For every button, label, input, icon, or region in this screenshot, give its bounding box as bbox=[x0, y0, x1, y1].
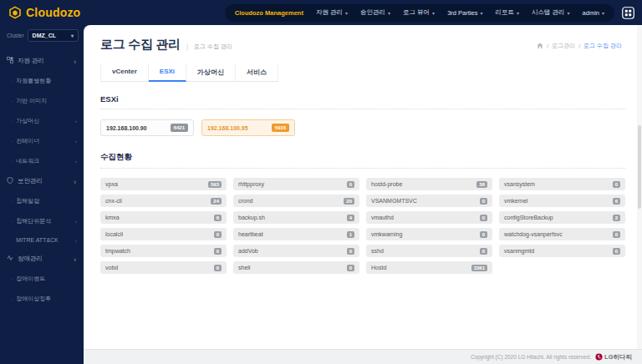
scrollbar-track[interactable] bbox=[637, 25, 642, 349]
sidebar-item[interactable]: ·컨테이너› bbox=[0, 131, 84, 151]
log-source-card[interactable]: localcli0 bbox=[100, 228, 227, 240]
cluster-value: DMZ_CL bbox=[33, 33, 56, 38]
fault-icon bbox=[7, 255, 13, 263]
esxi-host-chip[interactable]: 192.168.100.906421 bbox=[100, 119, 194, 136]
cloudozo-logo-icon bbox=[8, 6, 22, 19]
log-source-name: rhttpproxy bbox=[238, 181, 264, 187]
log-source-name: backup.sh bbox=[238, 215, 265, 220]
log-source-card[interactable]: vsansystem0 bbox=[499, 178, 625, 190]
log-source-card[interactable]: heartbeat1 bbox=[233, 228, 359, 240]
log-source-name: heartbeat bbox=[238, 231, 263, 237]
host-log-count-badge: 5916 bbox=[272, 124, 289, 132]
nav-item[interactable]: 3rd Parties▾ bbox=[447, 9, 482, 17]
breadcrumb-current: 로그 수집 관리 bbox=[583, 42, 622, 50]
log-source-name: shell bbox=[238, 265, 250, 270]
sidebar-section[interactable]: 보안관리∨ bbox=[0, 171, 84, 191]
breadcrumb-parent[interactable]: 로그관리 bbox=[552, 42, 575, 50]
bullet-icon: · bbox=[11, 99, 13, 104]
cluster-selector-row: Cluster DMZ_CL ▾ bbox=[0, 25, 84, 48]
page-subtitle: 로그 수집 관리 bbox=[194, 43, 232, 51]
log-source-card[interactable]: addVob0 bbox=[233, 245, 359, 257]
log-source-card[interactable]: vmkernel6 bbox=[499, 195, 625, 207]
log-source-card[interactable]: tmpwatch0 bbox=[100, 245, 227, 257]
log-count-badge: 36 bbox=[476, 181, 487, 188]
bullet-icon: · bbox=[11, 296, 13, 302]
log-source-card[interactable]: vmkwarning0 bbox=[366, 228, 492, 240]
log-count-badge: 3361 bbox=[471, 265, 487, 271]
log-source-name: vobd bbox=[105, 265, 118, 270]
top-nav-items: 자원 관리▾승인관리▾로그 뷰어▾3rd Parties▾리포트▾시스템 관리▾… bbox=[316, 8, 604, 17]
cluster-label: Cluster bbox=[7, 33, 24, 38]
log-source-card[interactable]: kmxa6 bbox=[100, 211, 227, 224]
sidebar-section[interactable]: 장애관리∨ bbox=[0, 249, 84, 269]
log-source-card[interactable]: backup.sh4 bbox=[233, 211, 359, 224]
log-source-card[interactable]: VSANMGMTSVC0 bbox=[366, 195, 492, 207]
nav-item[interactable]: 로그 뷰어▾ bbox=[403, 8, 435, 17]
host-log-count-badge: 6421 bbox=[171, 124, 188, 132]
log-source-card[interactable]: vobd0 bbox=[100, 261, 227, 274]
log-source-card[interactable]: shell0 bbox=[233, 261, 359, 274]
log-source-name: addVob bbox=[238, 248, 258, 254]
log-source-card[interactable]: configStoreBackup2 bbox=[499, 211, 625, 224]
footer: Copyright (C) 2020 LG Hitachi. All right… bbox=[84, 349, 642, 364]
log-source-card[interactable]: rhttpproxy0 bbox=[233, 178, 359, 190]
nav-item[interactable]: 자원 관리▾ bbox=[316, 8, 348, 17]
lg-logo-icon bbox=[595, 353, 603, 361]
collection-grid: vpxa593rhttpproxy0hostd-probe36vsansyste… bbox=[100, 178, 625, 274]
log-source-name: vpxa bbox=[105, 181, 118, 187]
cluster-select[interactable]: DMZ_CL ▾ bbox=[28, 29, 79, 42]
chevron-right-icon: › bbox=[75, 159, 77, 164]
sidebar-item[interactable]: ·침해알람 bbox=[0, 191, 84, 211]
home-icon[interactable] bbox=[537, 43, 543, 49]
nav-item[interactable]: 리포트▾ bbox=[495, 8, 519, 17]
log-source-card[interactable]: hostd-probe36 bbox=[366, 178, 492, 190]
app-logo[interactable]: Cloudozo bbox=[8, 6, 80, 19]
log-source-card[interactable]: crond20 bbox=[233, 195, 359, 207]
log-source-card[interactable]: Hostd3361 bbox=[366, 261, 492, 274]
log-source-name: vsanmgmtd bbox=[504, 248, 534, 254]
log-source-card[interactable]: vpxa593 bbox=[100, 178, 227, 190]
chevron-down-icon: ▾ bbox=[568, 10, 570, 16]
log-count-badge: 0 bbox=[613, 181, 620, 188]
log-count-badge: 593 bbox=[208, 181, 222, 188]
nav-item[interactable]: 시스템 관리▾ bbox=[532, 8, 570, 17]
log-source-card[interactable]: vsanmgmtd0 bbox=[499, 245, 625, 257]
main-content: 로그 수집 관리 | 로그 수집 관리 / 로그관리 / 로그 수집 관리 vC… bbox=[84, 25, 642, 349]
sidebar-item[interactable]: ·장애이벤트 bbox=[0, 269, 84, 289]
log-source-card[interactable]: cnx-cli24 bbox=[100, 195, 227, 207]
tab-가상머신[interactable]: 가상머신 bbox=[186, 63, 236, 81]
esxi-host-chip[interactable]: 192.168.100.955916 bbox=[201, 119, 295, 136]
log-source-card[interactable]: sshd0 bbox=[366, 245, 492, 257]
sidebar-section[interactable]: 자원 관리∨ bbox=[0, 51, 84, 71]
sidebar-item[interactable]: ·가상머신› bbox=[0, 111, 84, 131]
sidebar-item[interactable]: ·네트워크› bbox=[0, 151, 84, 171]
apps-grid-button[interactable] bbox=[621, 6, 635, 20]
nav-brand[interactable]: Cloudozo Management bbox=[235, 9, 303, 17]
chevron-down-icon: ▾ bbox=[345, 10, 348, 16]
scrollbar-thumb[interactable] bbox=[638, 125, 641, 209]
log-count-badge: 0 bbox=[347, 265, 354, 271]
log-count-badge: 0 bbox=[214, 265, 222, 271]
log-count-badge: 0 bbox=[613, 231, 620, 238]
apps-grid-icon bbox=[622, 7, 634, 19]
sidebar-item[interactable]: ·기반 이미지 bbox=[0, 91, 84, 111]
sidebar-item[interactable]: ·자원풀별현황 bbox=[0, 71, 84, 91]
host-ip: 192.168.100.90 bbox=[106, 125, 147, 131]
nav-item[interactable]: admin▾ bbox=[583, 9, 604, 17]
tab-vcenter[interactable]: vCenter bbox=[100, 63, 149, 81]
tab-esxi[interactable]: ESXi bbox=[149, 63, 186, 82]
bullet-icon: · bbox=[11, 139, 13, 144]
chevron-down-icon: ▾ bbox=[388, 10, 390, 16]
log-source-card[interactable]: vmauthd0 bbox=[366, 211, 492, 224]
log-source-card[interactable]: watchdog-vsanperfsvc0 bbox=[499, 228, 625, 240]
log-source-name: crond bbox=[238, 198, 253, 204]
log-source-name: vmauthd bbox=[371, 215, 394, 220]
sidebar-item[interactable]: ·침해단위분석› bbox=[0, 211, 84, 231]
sidebar-item[interactable]: ·장애이상징후 bbox=[0, 289, 84, 309]
sidebar: Cluster DMZ_CL ▾ 자원 관리∨·자원풀별현황·기반 이미지·가상… bbox=[0, 25, 84, 364]
log-source-name: vsansystem bbox=[504, 181, 535, 187]
log-count-badge: 24 bbox=[211, 198, 222, 205]
sidebar-item[interactable]: ·MITRE ATT&CK› bbox=[0, 231, 84, 249]
tab-서비스[interactable]: 서비스 bbox=[236, 63, 278, 81]
nav-item[interactable]: 승인관리▾ bbox=[360, 8, 390, 17]
